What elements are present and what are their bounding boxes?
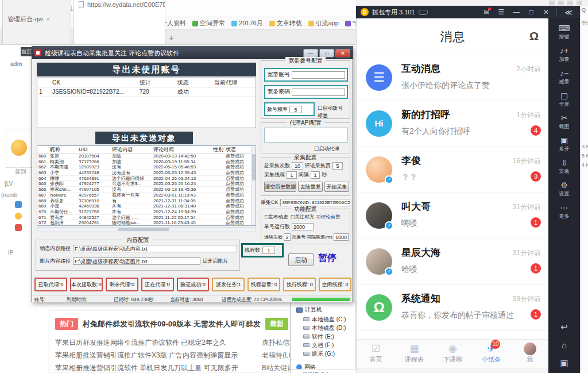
collapse-sidebar-button[interactable]: ≪ — [562, 8, 575, 17]
total-collect-input[interactable]: 10 — [292, 162, 303, 170]
follow-checkbox[interactable]: ☐关注对方 — [291, 214, 315, 221]
maximize-button[interactable]: □ — [525, 8, 537, 16]
drive-item[interactable]: 娱乐 (G:) — [303, 349, 346, 358]
run-count-input[interactable]: 2000 — [292, 223, 314, 230]
table-row[interactable]: 664 曈曈 47694891 这个问题问得好 2022-04-26 03:24… — [37, 176, 256, 182]
start-dial-checkbox[interactable]: ☐启动拨号 — [318, 105, 343, 112]
table-row[interactable]: 668 养乐多 37106910 有 2021-12-31 11:34:05 点… — [37, 198, 256, 204]
forum-link[interactable]: 苹果相册推送营销引流软件 单机日发几万以上量 可无限多开 — [55, 362, 262, 373]
maximize-button[interactable]: □ — [319, 49, 334, 57]
forum-link[interactable]: 苹果相册推送营销引流推广软件X3版 广告内容强制弹窗显示 — [55, 349, 262, 362]
emulator-titlebar[interactable]: D 抓包专用 3.101 ✉ ☰ — □ ✕ ≪ — [356, 6, 580, 18]
table-row[interactable]: 667 NoMore 42976657 我还有一对车 2022-03-01 11… — [37, 193, 256, 198]
proxy-api-textarea[interactable] — [264, 128, 348, 143]
broadband-password-input[interactable] — [292, 89, 345, 96]
sidebar-button[interactable]: ♪− 减量 — [548, 68, 580, 86]
unused-accounts-table[interactable]: CK 统计 状态 当前代理 1 JSESSIONID=821922B72... … — [37, 78, 256, 128]
like-checkbox[interactable]: ☑评论点赞 — [316, 214, 341, 221]
menu-icon[interactable]: ☰ — [496, 8, 507, 16]
dedup-button[interactable]: 去除重复 — [298, 182, 323, 192]
message-item[interactable]: ♂ 李俊 16分钟前 ？？ 3 — [357, 147, 548, 193]
drive-item[interactable]: 文档 (F:) — [303, 341, 346, 349]
chat-bubble-icon[interactable]: Ω — [529, 30, 539, 43]
bookmark-item[interactable]: "Share — [345, 20, 356, 27]
table-row[interactable]: 665 张佚阳 47924277 可遇不可求$... 2022-03-26 20… — [37, 181, 256, 187]
tab-item[interactable]: ☑ 首页 — [357, 340, 395, 368]
drive-item[interactable]: 本地磁盘 (D:) — [303, 324, 346, 332]
minimize-button[interactable]: — — [303, 49, 318, 57]
collect-thread-input[interactable]: 1 — [287, 171, 297, 179]
sidebar-button[interactable]: ♪+ 加量 — [548, 46, 580, 63]
tab-item[interactable]: ▦ 课程表 — [395, 340, 434, 368]
sidebar-button[interactable]: ▣ 多开 — [548, 136, 580, 153]
table-row[interactable]: 663 小宇 44339748 没有没有 2022-05-03 12:35:43… — [37, 170, 256, 176]
sidebar-button-icon: ♪− — [548, 68, 580, 78]
dynamic-content-path-input[interactable]: F:\桌面\超级课程表\动态内容.txt — [73, 245, 237, 252]
bookmark-item[interactable]: 空间异常 — [192, 19, 225, 28]
close-button[interactable]: ✕ — [540, 8, 552, 16]
message-item[interactable]: Hi 新的打招呼 1分钟前 有2个人向你打招呼 4 — [357, 101, 548, 147]
message-item[interactable]: ♂ 叫大哥 31分钟前 嗨喽 1 — [357, 193, 548, 239]
table-row[interactable]: 669 小强 42469936 木有 2021-12-31 06:31:40 点… — [37, 203, 256, 209]
enable-image-checkbox[interactable]: ☑开启图片 — [203, 257, 228, 265]
scrollbar-thumb[interactable] — [252, 154, 256, 180]
start-collect-button[interactable]: 开始采集 — [324, 182, 349, 192]
table-row[interactable]: 666 皇家shin... 47907105 没有 2022-03-13 19:… — [37, 187, 256, 193]
dial-frequency-input[interactable]: 5 — [289, 106, 302, 113]
forum-hot-title[interactable]: 村兔邮件群发引流软件09-09版本 无需发件人即可群发 — [83, 319, 261, 329]
sidebar-button[interactable]: ⌨ 按键 — [548, 24, 580, 41]
image-content-path-input[interactable]: F:\桌面\超级课程表\动态图片.txt — [73, 257, 200, 265]
browser-tab-admin[interactable]: 管理后台-qw× — [2, 0, 71, 44]
clear-history-button[interactable]: 清空历史数据 — [264, 182, 296, 192]
explorer-computer-node[interactable]: 计算机 — [296, 306, 322, 314]
close-button[interactable]: ✕ — [335, 49, 350, 57]
table-row[interactable]: 670 不期待任... 31321750 木有 2021-12-24 19:54… — [37, 209, 256, 215]
thread-count-input[interactable]: 1 — [262, 247, 275, 254]
interval-input[interactable]: 1 — [311, 171, 320, 179]
tab-item[interactable]: 我 — [510, 340, 548, 368]
pause-button[interactable]: 暂停 — [318, 252, 336, 264]
sidebar-button[interactable]: ⋯ 更多 — [548, 203, 580, 220]
browser-tab-eydata[interactable]: https://w.eydata.net/C00E7D× — [74, 0, 165, 44]
bookmark-item[interactable]: 20176月 — [231, 19, 263, 28]
table-row[interactable]: 672 包新泽 29204291 随时都能sw... 2021-11-16 23… — [37, 220, 256, 226]
message-item[interactable]: Ω 系统通知 33分钟前 恭喜你，你发布的帖子审核通过！... 1 — [357, 285, 548, 331]
drive-item[interactable]: 本地磁盘 (C:) — [303, 315, 346, 324]
explorer-filename-row[interactable]: ∨超级课程表 — [291, 369, 355, 373]
sidebar-button[interactable]: ▢ 全屏 — [548, 91, 580, 108]
message-item[interactable]: ☰ 互动消息 2小时前 张小伊给你的评论点了赞 — [357, 55, 548, 101]
tab-item[interactable]: ◉ 下课聊 — [434, 340, 472, 368]
sidebar-button[interactable]: ✂ 截图 — [548, 113, 580, 130]
table-row[interactable]: 661 柯美翔 37173266 加油 2020-03-19 11:55:34 … — [37, 159, 256, 165]
start-proxy-checkbox[interactable]: ☐启动代理 — [314, 145, 339, 153]
tab-close-icon[interactable]: × — [47, 16, 50, 22]
android-nav-button[interactable]: ▣ — [548, 358, 580, 368]
bookmark-item[interactable]: 文章转载 — [269, 19, 302, 28]
start-button[interactable]: 启动 — [288, 253, 314, 266]
minimize-button[interactable]: — — [510, 8, 522, 16]
tab-item[interactable]: ✈ 小纸条 10 — [472, 340, 510, 368]
comment-pages-input[interactable]: 5 — [332, 162, 343, 170]
mail-icon[interactable]: ✉ — [481, 8, 492, 16]
table-row[interactable]: 662 不期而遇 12989923 没有 2022-05-15 05:46:53… — [37, 164, 256, 170]
scrollbar-thumb[interactable] — [118, 228, 169, 231]
table-row[interactable]: 660 张新 28307504 加油 2020-03-19 14:42:50 点… — [37, 153, 256, 159]
android-nav-button[interactable]: ↩ — [548, 322, 580, 332]
message-item[interactable]: ♂ 星辰大海 31分钟前 哈喽 1 — [357, 239, 548, 285]
new-tab-button[interactable]: + — [169, 33, 173, 44]
broadband-account-input[interactable] — [292, 71, 345, 79]
sidebar-button[interactable]: ⚙ 设置 — [548, 180, 580, 198]
android-nav-button[interactable]: ⌂ — [548, 340, 580, 350]
forum-link[interactable]: 苹果日历群发推送网络引流推广协议软件 已稳定2年之久 — [55, 336, 262, 349]
drive-item[interactable]: 软件 (E:) — [303, 332, 346, 341]
table-row[interactable]: 1 JSESSIONID=821922B72... 720 成功 — [37, 87, 256, 97]
horizontal-scrollbar[interactable] — [37, 227, 256, 232]
delay-input[interactable]: 1000 — [334, 233, 349, 241]
bookmark-item[interactable]: 引流app — [308, 19, 339, 28]
table-row[interactable]: 671 贾有才 44842527 这个问题，... 2021-11-22 05:… — [37, 215, 256, 221]
sidebar-button[interactable]: ⇩ 安装 — [548, 158, 580, 175]
unsent-targets-table[interactable]: 昵称 UID 评论内容 评论时间 性别 状态 660 张新 28307504 加… — [37, 145, 256, 226]
publish-checkbox[interactable]: ☐发布动态 — [264, 214, 288, 221]
fail-count-input[interactable]: 2 — [284, 233, 291, 241]
vertical-scrollbar[interactable] — [251, 146, 256, 225]
